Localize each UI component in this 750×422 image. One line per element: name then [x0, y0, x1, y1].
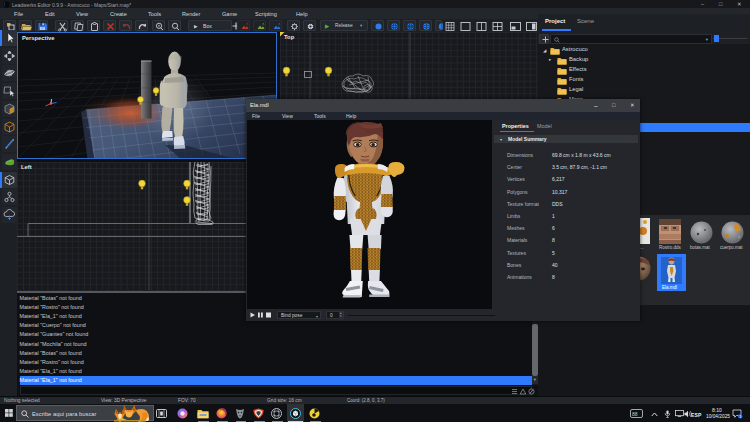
svg-text:88: 88	[632, 411, 638, 417]
